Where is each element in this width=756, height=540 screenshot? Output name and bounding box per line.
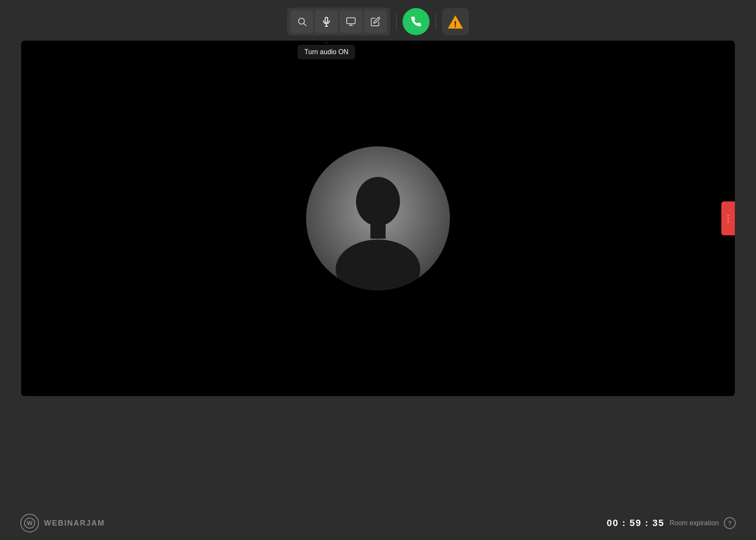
svg-point-11 [356, 177, 400, 226]
timer-sep-2: : [645, 518, 652, 528]
warning-button[interactable]: ! [442, 8, 469, 35]
side-panel-dots-icon: ⋮ [724, 213, 732, 223]
svg-line-1 [304, 24, 307, 26]
screen-share-icon [346, 17, 356, 27]
annotate-button[interactable] [364, 10, 387, 33]
avatar-circle [306, 146, 450, 290]
brand-logo: W WEBINARJAM [20, 514, 105, 532]
room-expiration-label: Room expiration [670, 519, 719, 527]
webinarjam-logo-svg: W [24, 517, 36, 529]
screen-share-button[interactable] [340, 10, 362, 33]
toolbar-separator-2 [436, 13, 436, 30]
brand-name-label: WEBINARJAM [44, 519, 105, 528]
help-button[interactable]: ? [724, 517, 736, 529]
svg-rect-13 [370, 222, 386, 239]
avatar-container [306, 146, 450, 290]
help-icon: ? [728, 520, 732, 526]
brand-logo-icon: W [20, 514, 39, 532]
toolbar-left-group: Turn audio ON [287, 8, 390, 36]
call-button[interactable] [403, 8, 430, 35]
mic-wrapper: Turn audio ON [315, 10, 338, 33]
warning-icon: ! [447, 14, 464, 29]
toolbar: Turn audio ON [0, 0, 756, 41]
mic-button[interactable] [315, 10, 338, 33]
phone-icon [410, 16, 422, 28]
search-button[interactable] [290, 10, 313, 33]
microphone-icon [321, 17, 331, 27]
timer-seconds: 35 [652, 518, 664, 528]
avatar-silhouette [306, 146, 450, 290]
svg-rect-5 [347, 18, 355, 24]
timer-section: 00 : 59 : 35 Room expiration ? [607, 517, 736, 529]
svg-text:!: ! [454, 19, 457, 29]
toolbar-separator-1 [396, 13, 397, 30]
timer-display: 00 : 59 : 35 [607, 518, 665, 529]
side-panel-button[interactable]: ⋮ [721, 201, 735, 235]
svg-text:W: W [27, 520, 33, 526]
pencil-icon [370, 17, 381, 27]
timer-hours: 00 [607, 518, 619, 528]
svg-rect-2 [325, 17, 328, 22]
search-icon [297, 17, 307, 27]
timer-minutes: 59 [630, 518, 641, 528]
video-area: ⋮ [21, 41, 735, 396]
bottom-bar: W WEBINARJAM 00 : 59 : 35 Room expiratio… [0, 506, 756, 540]
timer-sep-1: : [622, 518, 630, 528]
